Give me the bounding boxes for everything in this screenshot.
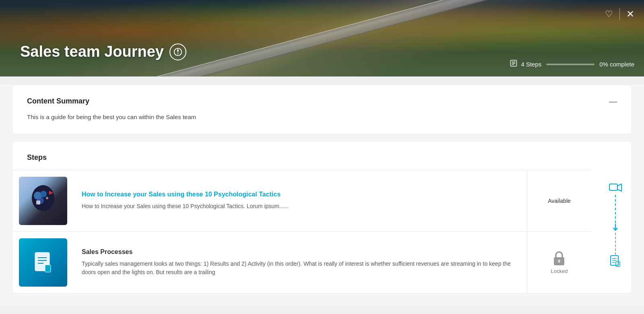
journey-connector-track [599,170,632,293]
progress-bar [546,64,594,65]
connector-step-1 [609,170,622,267]
complete-text: 0% complete [599,61,634,68]
puzzle-head-icon [25,183,61,219]
content-summary-card: Content Summary — This is a guide for be… [12,85,632,134]
favorite-icon[interactable]: ♡ [605,9,613,19]
main-content: Content Summary — This is a guide for be… [0,85,644,306]
svg-point-9 [40,191,47,197]
journey-title: Sales team Journey [20,43,164,60]
content-summary-description: This is a guide for being the best you c… [27,113,617,122]
arrow-down-icon [611,224,619,232]
content-summary-header: Content Summary — [27,97,617,105]
steps-wrapper: How to Increase your Sales using these 1… [12,170,632,293]
step-1-thumbnail [19,177,67,225]
hero-progress-area: 4 Steps 0% complete [510,59,634,69]
content-summary-title: Content Summary [27,97,89,105]
hero-controls: ♡ ✕ [605,8,634,20]
steps-icon [510,59,518,69]
compass-icon [169,43,186,60]
document-icon [33,250,53,275]
step-2-image [19,238,67,287]
svg-rect-22 [559,261,560,263]
step-2-status: Locked [527,232,591,293]
step-1-description: How to Increase your Sales using these 1… [82,202,519,211]
steps-list: How to Increase your Sales using these 1… [12,170,591,293]
connector-dashed-2 [615,233,616,255]
step-2-body: Sales Processes Typically sales manageme… [74,232,527,293]
divider [619,8,620,20]
svg-marker-1 [177,48,179,52]
close-icon[interactable]: ✕ [626,8,634,20]
step-1-image [19,177,67,225]
svg-marker-2 [177,52,179,56]
hero-title-area: Sales team Journey [20,43,186,60]
video-camera-icon [609,182,622,193]
step-2-connector-icon [609,255,621,267]
steps-info: 4 Steps [510,59,541,69]
table-row: Sales Processes Typically sales manageme… [12,231,591,293]
svg-rect-11 [36,200,40,205]
collapse-button[interactable]: — [609,97,617,105]
step-2-title: Sales Processes [82,248,519,256]
locked-label: Locked [551,268,568,274]
step-1-title-link[interactable]: How to Increase your Sales using these 1… [82,191,519,198]
steps-heading: Steps [12,153,632,170]
svg-marker-24 [617,184,621,191]
step-2-thumbnail [19,238,67,287]
svg-rect-23 [609,184,617,190]
steps-section: Steps [12,141,632,293]
step-1-body: How to Increase your Sales using these 1… [74,170,527,231]
locked-status: Locked [551,250,568,274]
step-1-status: Available [527,170,591,231]
hero-section: ♡ ✕ Sales team Journey 4 Step [0,0,644,76]
steps-count-label: 4 Steps [521,61,541,68]
svg-point-13 [46,197,48,199]
step-2-description: Typically sales management looks at two … [82,260,519,277]
status-badge: Available [548,198,571,204]
lock-icon [552,250,566,266]
connector-dashed-1 [615,195,616,223]
table-row: How to Increase your Sales using these 1… [12,170,591,231]
svg-rect-19 [45,265,51,272]
